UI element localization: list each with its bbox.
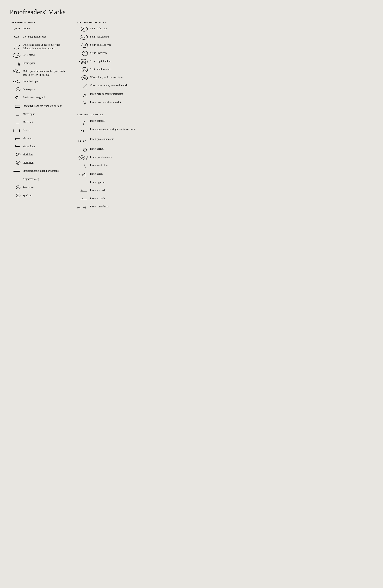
list-item: Move right (10, 112, 69, 118)
emdash-symbol: M (77, 188, 90, 193)
list-item: eq# Make space between words equal; make… (10, 69, 69, 77)
hyphen-symbol (77, 180, 90, 184)
sc-symbol: sc (77, 67, 90, 72)
period-symbol (77, 147, 90, 153)
hyphen-desc: Insert hyphen (90, 180, 136, 184)
lc-desc: Set in lowercase (90, 51, 136, 55)
ls-desc: Letterspace (23, 87, 69, 91)
svg-point-13 (84, 176, 85, 176)
bf-symbol: bf (77, 42, 90, 48)
sc-desc: Set in small capitals (90, 67, 136, 71)
list-item: Delete and close up (use only when delet… (10, 42, 69, 50)
sp-symbol: sp (10, 193, 23, 197)
comma-desc: Insert comma (90, 119, 136, 123)
comma-symbol (77, 119, 90, 125)
movedown-desc: Move down (23, 144, 69, 148)
parens-desc: Insert parentheses (90, 204, 136, 209)
moveright-desc: Move right (23, 112, 69, 116)
endash-desc: Insert en dash (90, 196, 136, 200)
colon-desc: Insert colon (90, 171, 136, 176)
moveleft-symbol (10, 120, 23, 125)
list-item: Insert hyphen (77, 180, 136, 186)
fl-desc: Flush left (23, 152, 69, 157)
question-symbol: set? (77, 155, 90, 160)
emdash-desc: Insert em dash (90, 188, 136, 192)
para-symbol (10, 95, 23, 101)
list-item: fl Flush left (10, 152, 69, 158)
svg-text:or: or (80, 207, 81, 209)
fr-symbol: fr (10, 161, 23, 165)
apostrophe-desc: Insert apostrophe or single quotation ma… (90, 127, 136, 131)
svg-rect-0 (15, 105, 20, 107)
list-item: Insert here or make subscript (77, 100, 136, 106)
hrhash-symbol: hr# (10, 79, 23, 84)
stet-symbol: stet (10, 53, 23, 58)
list-item: Center (10, 128, 69, 134)
insertspace-desc: Insert space (23, 61, 69, 65)
list-item: sc Set in small capitals (77, 67, 136, 73)
deleteclose-desc: Delete and close up (use only when delet… (23, 42, 69, 50)
caps-desc: Set in capital letters (90, 59, 136, 63)
list-item: wf Wrong font; set in correct type (77, 75, 136, 81)
wf-desc: Wrong font; set in correct type (90, 75, 136, 79)
list-item: Move up (10, 136, 69, 142)
alignvert-symbol (10, 177, 23, 183)
right-column: TYPOGRAPHICAL SIGNS ital Set in italic t… (74, 21, 136, 213)
list-item: hr# Insert hair space (10, 79, 69, 85)
subscript-desc: Insert here or make subscript (90, 100, 136, 104)
deleteclose-symbol (10, 42, 23, 50)
list-item: Insert apostrophe or single quotation ma… (77, 127, 136, 134)
tr-symbol: tr (10, 185, 23, 189)
indent-desc: Indent type one em from left or right (23, 104, 69, 108)
ital-desc: Set in italic type (90, 26, 136, 31)
list-item: Insert semicolon (77, 163, 136, 169)
delete-desc: Delete (23, 26, 69, 31)
hrhash-desc: Insert hair space (23, 79, 69, 83)
fl-symbol: fl (10, 152, 23, 156)
svg-text:N: N (81, 197, 83, 199)
list-item: bf Set in boldface type (77, 42, 136, 48)
ls-symbol: ls (10, 87, 23, 91)
quotmarks-symbol (77, 137, 90, 144)
apostrophe-symbol (77, 127, 90, 134)
colon-symbol: or (77, 171, 90, 178)
parens-symbol: or (77, 204, 90, 210)
indent-symbol (10, 104, 23, 109)
list-item: sp Spell out (10, 193, 69, 199)
endash-symbol: N (77, 196, 90, 201)
right-section-title: TYPOGRAPHICAL SIGNS (77, 21, 136, 23)
fr-desc: Flush right (23, 161, 69, 165)
center-symbol (10, 128, 23, 133)
svg-point-12 (84, 173, 85, 174)
straighten-desc: Straighten type; align horizontally (23, 168, 69, 173)
semicolon-desc: Insert semicolon (90, 163, 136, 167)
para-desc: Begin new paragraph (23, 95, 69, 99)
moveup-symbol (10, 136, 23, 140)
list-item: Align vertically (10, 177, 69, 183)
list-item: or Insert parentheses (77, 204, 136, 210)
page-title: Proofreaders' Marks (10, 8, 136, 16)
period-desc: Insert period (90, 147, 136, 151)
superscript-desc: Insert here or make superscript (90, 92, 136, 96)
eqhash-desc: Make space between words equal; make spa… (23, 69, 69, 77)
x-symbol (77, 83, 90, 89)
list-item: set? Insert question mark (77, 155, 136, 161)
rom-symbol: rom (77, 34, 90, 40)
list-item: Check type image; remove blemish (77, 83, 136, 89)
superscript-symbol (77, 92, 90, 98)
svg-point-8 (85, 149, 85, 150)
list-item: ls Letterspace (10, 87, 69, 93)
list-item: Delete (10, 26, 69, 32)
moveup-desc: Move up (23, 136, 69, 140)
list-item: Insert here or make superscript (77, 92, 136, 98)
list-item: Insert comma (77, 119, 136, 125)
punct-section-title: PUNCTUATION MARKS (77, 114, 136, 116)
x-desc: Check type image; remove blemish (90, 83, 136, 87)
svg-point-9 (85, 167, 86, 168)
question-desc: Insert question mark (90, 155, 136, 159)
subscript-symbol (77, 100, 90, 106)
closeup-desc: Close up; delete space (23, 34, 69, 39)
list-item: Insert period (77, 147, 136, 153)
list-item: Close up; delete space (10, 34, 69, 40)
list-item: M Insert em dash (77, 188, 136, 194)
